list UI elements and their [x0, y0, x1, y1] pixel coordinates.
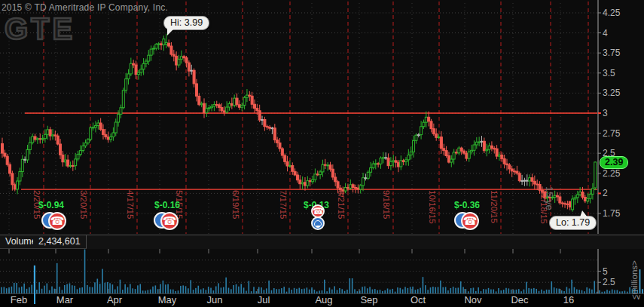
time-axis-month-label[interactable]: Sep: [360, 294, 377, 305]
expiration-date-label: 8/21/15: [337, 190, 346, 219]
last-price-badge: 2.39: [600, 156, 628, 169]
time-axis-month-label[interactable]: Dec: [511, 294, 528, 305]
price-axis-label[interactable]: 3.5: [603, 68, 615, 78]
time-axis-month-label[interactable]: Jun: [207, 294, 223, 305]
price-axis-label[interactable]: 2: [603, 188, 608, 198]
time-axis-month-label[interactable]: Oct: [411, 294, 426, 305]
price-axis-label[interactable]: 3: [603, 108, 608, 118]
copyright-text: 2015 © TD Ameritrade IP Company, Inc.: [2, 2, 168, 13]
volume-study-header: Volume 2,434,601: [0, 235, 644, 249]
candlestick-chart-canvas[interactable]: 2/20/153/20/154/17/155/15/156/19/157/17/…: [0, 0, 644, 307]
expiration-date-label: 4/17/15: [126, 190, 135, 219]
expiration-date-label: 6/19/15: [231, 190, 240, 219]
price-axis-label[interactable]: 2.75: [603, 128, 620, 139]
volume-axis-label[interactable]: 2.5: [603, 277, 615, 287]
bulb-base: [316, 226, 320, 227]
price-axis-label[interactable]: 3.25: [603, 87, 620, 98]
expiration-date-label: 3/20/15: [79, 190, 88, 219]
price-axis-label[interactable]: 3.75: [603, 48, 620, 58]
dividend-amount-label: $-0.94: [38, 200, 64, 210]
volume-indicator-bar: [34, 266, 35, 304]
time-axis-month-label[interactable]: Nov: [464, 294, 481, 305]
low-price-label: Lo: 1.79: [556, 217, 590, 228]
phone-icon[interactable]: ☎: [461, 212, 479, 230]
chevron-down-icon[interactable]: ∨: [636, 293, 641, 301]
dividend-amount-label: $-0.16: [154, 200, 180, 210]
time-axis-month-label[interactable]: Apr: [107, 294, 122, 305]
price-axis-label[interactable]: 4: [603, 28, 608, 38]
expiration-date-label: 7/17/15: [279, 190, 288, 219]
callout-pointer: [167, 29, 174, 35]
high-price-label: Hi: 3.99: [170, 17, 203, 28]
time-axis-month-label[interactable]: May: [158, 294, 177, 305]
phone-icon[interactable]: ☎: [48, 212, 66, 230]
symbol-watermark: GTE: [5, 12, 75, 46]
low-price-callout: Lo: 1.79: [549, 216, 597, 230]
chart-window: 2/20/153/20/154/17/155/15/156/19/157/17/…: [0, 0, 644, 307]
expiration-date-label: 11/20/15: [490, 190, 499, 223]
period-watermark: 15 ye: [544, 186, 555, 210]
lightbulb-icon[interactable]: [311, 216, 325, 230]
time-axis-month-label[interactable]: Aug: [315, 294, 332, 305]
expiration-date-label: 10/16/15: [428, 190, 437, 224]
price-axis-label[interactable]: 2.25: [603, 168, 620, 179]
price-axis-label[interactable]: 1.75: [603, 208, 620, 219]
callout-pointer: [580, 210, 588, 217]
dividend-amount-label: $-0.36: [454, 200, 480, 210]
volume-axis-label[interactable]: 5: [603, 266, 608, 277]
expiration-date-label: 9/18/15: [382, 190, 391, 219]
time-axis-month-label[interactable]: Mar: [56, 294, 73, 305]
time-axis-month-label[interactable]: 16: [563, 294, 574, 305]
time-axis-month-label[interactable]: Jul: [258, 294, 270, 305]
high-price-callout: Hi: 3.99: [163, 16, 209, 30]
time-axis-month-label[interactable]: Feb: [11, 294, 27, 305]
volume-current-value: 2,434,601: [33, 235, 87, 249]
phone-icon[interactable]: ☎: [160, 212, 179, 230]
price-axis-label[interactable]: 4.25: [603, 8, 620, 18]
